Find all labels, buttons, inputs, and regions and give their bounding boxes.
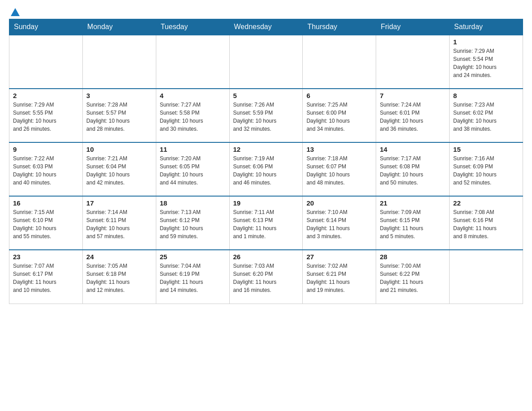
- col-thursday: Thursday: [303, 19, 376, 35]
- logo-triangle-icon: [11, 8, 20, 17]
- calendar-cell: [376, 35, 450, 89]
- calendar-cell: 10Sunrise: 7:21 AMSunset: 6:04 PMDayligh…: [82, 142, 156, 196]
- day-number: 24: [86, 253, 152, 261]
- day-info: Sunrise: 7:10 AMSunset: 6:14 PMDaylight:…: [306, 208, 372, 240]
- calendar-week-row: 1Sunrise: 7:29 AMSunset: 5:54 PMDaylight…: [9, 35, 523, 89]
- calendar-cell: 4Sunrise: 7:27 AMSunset: 5:58 PMDaylight…: [156, 89, 229, 142]
- day-info: Sunrise: 7:18 AMSunset: 6:07 PMDaylight:…: [306, 154, 372, 187]
- day-number: 11: [160, 146, 226, 153]
- calendar-cell: 5Sunrise: 7:26 AMSunset: 5:59 PMDaylight…: [229, 89, 303, 142]
- day-info: Sunrise: 7:17 AMSunset: 6:08 PMDaylight:…: [380, 154, 446, 187]
- day-number: 26: [233, 253, 299, 261]
- calendar-cell: [229, 35, 303, 89]
- day-number: 1: [453, 38, 519, 46]
- day-info: Sunrise: 7:15 AMSunset: 6:10 PMDaylight:…: [13, 208, 79, 240]
- logo: [9, 9, 20, 14]
- day-info: Sunrise: 7:05 AMSunset: 6:18 PMDaylight:…: [86, 262, 152, 294]
- day-number: 12: [233, 146, 299, 153]
- day-info: Sunrise: 7:09 AMSunset: 6:15 PMDaylight:…: [380, 208, 446, 240]
- day-info: Sunrise: 7:19 AMSunset: 6:06 PMDaylight:…: [233, 154, 299, 187]
- day-info: Sunrise: 7:24 AMSunset: 6:01 PMDaylight:…: [380, 101, 446, 133]
- calendar-cell: 14Sunrise: 7:17 AMSunset: 6:08 PMDayligh…: [376, 142, 450, 196]
- calendar-cell: [303, 35, 376, 89]
- calendar-cell: 26Sunrise: 7:03 AMSunset: 6:20 PMDayligh…: [229, 250, 303, 304]
- calendar-header-row: Sunday Monday Tuesday Wednesday Thursday…: [9, 19, 523, 35]
- calendar-table: Sunday Monday Tuesday Wednesday Thursday…: [9, 19, 523, 304]
- day-number: 23: [13, 253, 79, 261]
- calendar-cell: 7Sunrise: 7:24 AMSunset: 6:01 PMDaylight…: [376, 89, 450, 142]
- day-number: 25: [160, 253, 226, 261]
- day-info: Sunrise: 7:08 AMSunset: 6:16 PMDaylight:…: [453, 208, 519, 240]
- day-number: 14: [380, 146, 446, 153]
- day-number: 5: [233, 92, 299, 99]
- calendar-cell: 16Sunrise: 7:15 AMSunset: 6:10 PMDayligh…: [9, 196, 83, 250]
- day-number: 6: [306, 92, 372, 99]
- day-number: 2: [13, 92, 79, 99]
- day-number: 13: [306, 146, 372, 153]
- day-info: Sunrise: 7:02 AMSunset: 6:21 PMDaylight:…: [306, 262, 372, 294]
- col-wednesday: Wednesday: [229, 19, 303, 35]
- calendar-cell: 24Sunrise: 7:05 AMSunset: 6:18 PMDayligh…: [82, 250, 156, 304]
- calendar-week-row: 2Sunrise: 7:29 AMSunset: 5:55 PMDaylight…: [9, 89, 523, 142]
- col-sunday: Sunday: [9, 19, 83, 35]
- day-info: Sunrise: 7:07 AMSunset: 6:17 PMDaylight:…: [13, 262, 79, 294]
- calendar-cell: 28Sunrise: 7:00 AMSunset: 6:22 PMDayligh…: [376, 250, 450, 304]
- calendar-cell: 22Sunrise: 7:08 AMSunset: 6:16 PMDayligh…: [450, 196, 523, 250]
- day-info: Sunrise: 7:21 AMSunset: 6:04 PMDaylight:…: [86, 154, 152, 187]
- day-info: Sunrise: 7:13 AMSunset: 6:12 PMDaylight:…: [160, 208, 226, 240]
- calendar-cell: [9, 35, 83, 89]
- calendar-cell: [450, 250, 523, 304]
- day-info: Sunrise: 7:03 AMSunset: 6:20 PMDaylight:…: [233, 262, 299, 294]
- day-info: Sunrise: 7:29 AMSunset: 5:54 PMDaylight:…: [453, 47, 519, 79]
- calendar-cell: 11Sunrise: 7:20 AMSunset: 6:05 PMDayligh…: [156, 142, 229, 196]
- day-number: 27: [306, 253, 372, 261]
- calendar-cell: 23Sunrise: 7:07 AMSunset: 6:17 PMDayligh…: [9, 250, 83, 304]
- calendar-week-row: 16Sunrise: 7:15 AMSunset: 6:10 PMDayligh…: [9, 196, 523, 250]
- day-info: Sunrise: 7:00 AMSunset: 6:22 PMDaylight:…: [380, 262, 446, 294]
- calendar-cell: 1Sunrise: 7:29 AMSunset: 5:54 PMDaylight…: [450, 35, 523, 89]
- day-number: 20: [306, 199, 372, 207]
- calendar-cell: 17Sunrise: 7:14 AMSunset: 6:11 PMDayligh…: [82, 196, 156, 250]
- calendar-cell: 18Sunrise: 7:13 AMSunset: 6:12 PMDayligh…: [156, 196, 229, 250]
- day-info: Sunrise: 7:14 AMSunset: 6:11 PMDaylight:…: [86, 208, 152, 240]
- day-number: 19: [233, 199, 299, 207]
- day-info: Sunrise: 7:11 AMSunset: 6:13 PMDaylight:…: [233, 208, 299, 240]
- day-info: Sunrise: 7:26 AMSunset: 5:59 PMDaylight:…: [233, 101, 299, 133]
- calendar-week-row: 23Sunrise: 7:07 AMSunset: 6:17 PMDayligh…: [9, 250, 523, 304]
- day-info: Sunrise: 7:20 AMSunset: 6:05 PMDaylight:…: [160, 154, 226, 187]
- calendar-cell: 19Sunrise: 7:11 AMSunset: 6:13 PMDayligh…: [229, 196, 303, 250]
- day-info: Sunrise: 7:29 AMSunset: 5:55 PMDaylight:…: [13, 101, 79, 133]
- col-saturday: Saturday: [450, 19, 523, 35]
- calendar-cell: 12Sunrise: 7:19 AMSunset: 6:06 PMDayligh…: [229, 142, 303, 196]
- page-header: [9, 9, 523, 14]
- calendar-cell: [82, 35, 156, 89]
- day-info: Sunrise: 7:22 AMSunset: 6:03 PMDaylight:…: [13, 154, 79, 187]
- calendar-cell: 21Sunrise: 7:09 AMSunset: 6:15 PMDayligh…: [376, 196, 450, 250]
- day-info: Sunrise: 7:25 AMSunset: 6:00 PMDaylight:…: [306, 101, 372, 133]
- calendar-cell: 27Sunrise: 7:02 AMSunset: 6:21 PMDayligh…: [303, 250, 376, 304]
- day-info: Sunrise: 7:23 AMSunset: 6:02 PMDaylight:…: [453, 101, 519, 133]
- day-number: 28: [380, 253, 446, 261]
- calendar-cell: 15Sunrise: 7:16 AMSunset: 6:09 PMDayligh…: [450, 142, 523, 196]
- day-number: 7: [380, 92, 446, 99]
- calendar-week-row: 9Sunrise: 7:22 AMSunset: 6:03 PMDaylight…: [9, 142, 523, 196]
- day-number: 10: [86, 146, 152, 153]
- day-number: 17: [86, 199, 152, 207]
- calendar-cell: 20Sunrise: 7:10 AMSunset: 6:14 PMDayligh…: [303, 196, 376, 250]
- calendar-cell: 6Sunrise: 7:25 AMSunset: 6:00 PMDaylight…: [303, 89, 376, 142]
- day-number: 8: [453, 92, 519, 99]
- calendar-cell: [156, 35, 229, 89]
- day-number: 3: [86, 92, 152, 99]
- col-monday: Monday: [82, 19, 156, 35]
- day-number: 21: [380, 199, 446, 207]
- day-info: Sunrise: 7:16 AMSunset: 6:09 PMDaylight:…: [453, 154, 519, 187]
- day-info: Sunrise: 7:04 AMSunset: 6:19 PMDaylight:…: [160, 262, 226, 294]
- day-info: Sunrise: 7:27 AMSunset: 5:58 PMDaylight:…: [160, 101, 226, 133]
- col-friday: Friday: [376, 19, 450, 35]
- day-info: Sunrise: 7:28 AMSunset: 5:57 PMDaylight:…: [86, 101, 152, 133]
- day-number: 9: [13, 146, 79, 153]
- day-number: 18: [160, 199, 226, 207]
- calendar-cell: 25Sunrise: 7:04 AMSunset: 6:19 PMDayligh…: [156, 250, 229, 304]
- calendar-cell: 3Sunrise: 7:28 AMSunset: 5:57 PMDaylight…: [82, 89, 156, 142]
- calendar-cell: 8Sunrise: 7:23 AMSunset: 6:02 PMDaylight…: [450, 89, 523, 142]
